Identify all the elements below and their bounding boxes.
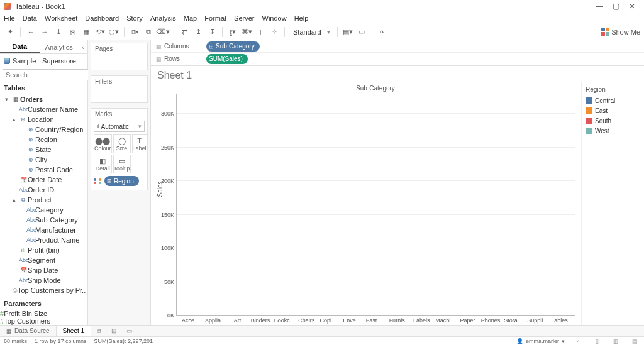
presentation-button[interactable]: ▭ xyxy=(355,26,368,38)
field-product-name[interactable]: AbcProduct Name xyxy=(1,235,86,245)
field-segment[interactable]: AbcSegment xyxy=(1,255,86,265)
pause-button[interactable]: ▦ xyxy=(80,26,92,38)
new-worksheet-tab-button[interactable]: ⧉ xyxy=(91,326,106,336)
field-order-date[interactable]: 📅Order Date xyxy=(1,175,86,185)
field-type-icon: ▦ xyxy=(11,96,20,102)
field-order-id[interactable]: AbcOrder ID xyxy=(1,185,86,195)
new-data-button[interactable]: ⎘ xyxy=(66,26,79,38)
field-product[interactable]: ▴⧉Product xyxy=(1,195,86,205)
mark-size-button[interactable]: ◯Size xyxy=(113,134,131,153)
share-button[interactable]: ∝ xyxy=(376,26,389,38)
legend-item-west[interactable]: West xyxy=(586,126,640,136)
analytics-tab[interactable]: Analytics xyxy=(40,40,79,53)
toolbar-divider xyxy=(337,27,338,37)
save-button[interactable]: ⤓ xyxy=(52,26,65,38)
show-me-button[interactable]: Show Me xyxy=(601,28,640,36)
menu-server[interactable]: Server xyxy=(234,14,254,22)
run-button[interactable]: ◌▾ xyxy=(108,26,120,38)
rows-shelf[interactable]: SUM(Sales) xyxy=(201,54,644,64)
field-city[interactable]: ⊕City xyxy=(1,155,86,165)
mark-detail-button[interactable]: ◧Detail xyxy=(94,155,112,173)
clear-button[interactable]: ⌫▾ xyxy=(156,26,170,38)
pin-button[interactable]: ✧ xyxy=(268,26,280,38)
new-story-tab-button[interactable]: ▭ xyxy=(121,326,136,336)
field-country-region[interactable]: ⊕Country/Region xyxy=(1,124,86,134)
pill-dimension-icon: ⊞ xyxy=(209,43,214,50)
param-top-customers[interactable]: #Top Customers xyxy=(0,317,87,325)
columns-shelf[interactable]: ⊞ Sub-Category xyxy=(201,41,644,52)
search-input[interactable] xyxy=(3,69,96,80)
tableau-icon[interactable]: ✦ xyxy=(4,26,16,38)
new-dashboard-tab-button[interactable]: ⊞ xyxy=(106,326,121,336)
show-cards-button[interactable]: ▤▾ xyxy=(341,26,354,38)
field-customer-name[interactable]: AbcCustomer Name xyxy=(1,104,86,114)
field-category[interactable]: AbcCategory xyxy=(1,205,86,215)
field-manufacturer[interactable]: AbcManufacturer xyxy=(1,225,86,235)
field-state[interactable]: ⊕State xyxy=(1,145,86,155)
chart-plot-area[interactable]: Sales 0K50K100K150K200K250K300K xyxy=(176,94,575,316)
menu-map[interactable]: Map xyxy=(184,14,197,22)
status-view1-button[interactable]: ‹ xyxy=(572,338,584,344)
legend-item-south[interactable]: South xyxy=(586,116,640,126)
new-worksheet-button[interactable]: ⧉▾ xyxy=(128,26,141,38)
legend-item-central[interactable]: Central xyxy=(586,96,640,106)
window-close-button[interactable]: ✕ xyxy=(624,2,640,11)
sheet-title[interactable]: Sheet 1 xyxy=(151,66,644,82)
menu-format[interactable]: Format xyxy=(204,14,226,22)
menu-data[interactable]: Data xyxy=(23,14,37,22)
x-tick-label: Phones xyxy=(481,317,501,324)
field-type-icon: Abc xyxy=(19,257,28,263)
menu-window[interactable]: Window xyxy=(262,14,287,22)
fit-dropdown[interactable]: Standard xyxy=(289,26,333,38)
param-profit-bin-size[interactable]: #Profit Bin Size xyxy=(0,310,87,317)
field-orders[interactable]: ▾▦Orders xyxy=(1,94,86,104)
menu-file[interactable]: File xyxy=(4,14,15,22)
user-menu[interactable]: 👤 emma.marler ▾ xyxy=(516,338,565,344)
highlight-button[interactable]: ℓ▾ xyxy=(226,26,239,38)
toolbar-divider xyxy=(124,27,125,37)
window-minimize-button[interactable]: ― xyxy=(591,2,608,11)
legend-item-east[interactable]: East xyxy=(586,106,640,116)
data-tab[interactable]: Data xyxy=(0,40,40,53)
field-region[interactable]: ⊕Region xyxy=(1,134,86,145)
refresh-button[interactable]: ⟲▾ xyxy=(94,26,106,38)
status-view3-button[interactable]: ▥ xyxy=(610,338,621,344)
rows-pill[interactable]: SUM(Sales) xyxy=(206,54,248,64)
mark-label-button[interactable]: TLabel xyxy=(132,134,147,153)
menu-help[interactable]: Help xyxy=(294,14,309,22)
menu-worksheet[interactable]: Worksheet xyxy=(45,14,77,22)
field-profit-bin-[interactable]: ılıProfit (bin) xyxy=(1,245,86,255)
field-sub-category[interactable]: AbcSub-Category xyxy=(1,215,86,225)
label-button[interactable]: T xyxy=(254,26,267,38)
sheet-tab[interactable]: Sheet 1 xyxy=(57,326,91,336)
columns-shelf-label: Columns xyxy=(151,43,201,50)
menu-dashboard[interactable]: Dashboard xyxy=(85,14,119,22)
menu-analysis[interactable]: Analysis xyxy=(150,14,176,22)
columns-pill[interactable]: ⊞ Sub-Category xyxy=(206,41,260,52)
undo-button[interactable]: ← xyxy=(25,26,37,38)
mark-colour-button[interactable]: ⬤⬤Colour xyxy=(94,134,112,153)
sort-asc-button[interactable]: ↥ xyxy=(192,26,204,38)
menu-story[interactable]: Story xyxy=(126,14,143,22)
collapse-sidebar-button[interactable]: ‹ xyxy=(79,40,87,53)
status-sum: SUM(Sales): 2,297,201 xyxy=(94,338,153,344)
mark-tooltip-button[interactable]: ▭Tooltip xyxy=(113,155,131,173)
swap-button[interactable]: ⇄ xyxy=(178,26,191,38)
datasource-row[interactable]: Sample - Superstore xyxy=(0,54,87,68)
data-source-tab[interactable]: ▦Data Source xyxy=(0,326,57,336)
status-view2-button[interactable]: ▯ xyxy=(591,338,602,344)
mark-type-dropdown[interactable]: Automatic xyxy=(94,121,145,132)
field-ship-mode[interactable]: AbcShip Mode xyxy=(1,275,86,285)
field-top-customers-by-pr-[interactable]: ◎Top Customers by Pr... xyxy=(1,285,86,295)
group-button[interactable]: ⌘▾ xyxy=(240,26,253,38)
marks-color-pill[interactable]: ⊞ Region xyxy=(104,176,139,186)
window-maximize-button[interactable]: ▢ xyxy=(608,2,624,11)
field-location[interactable]: ▴⊕Location xyxy=(1,114,86,124)
field-label: Orders xyxy=(20,96,43,103)
field-ship-date[interactable]: 📅Ship Date xyxy=(1,265,86,275)
field-postal-code[interactable]: ⊕Postal Code xyxy=(1,165,86,175)
duplicate-button[interactable]: ⧉ xyxy=(142,26,155,38)
status-view4-button[interactable]: ▤ xyxy=(629,338,640,344)
sort-desc-button[interactable]: ↧ xyxy=(206,26,218,38)
redo-button[interactable]: → xyxy=(38,26,51,38)
